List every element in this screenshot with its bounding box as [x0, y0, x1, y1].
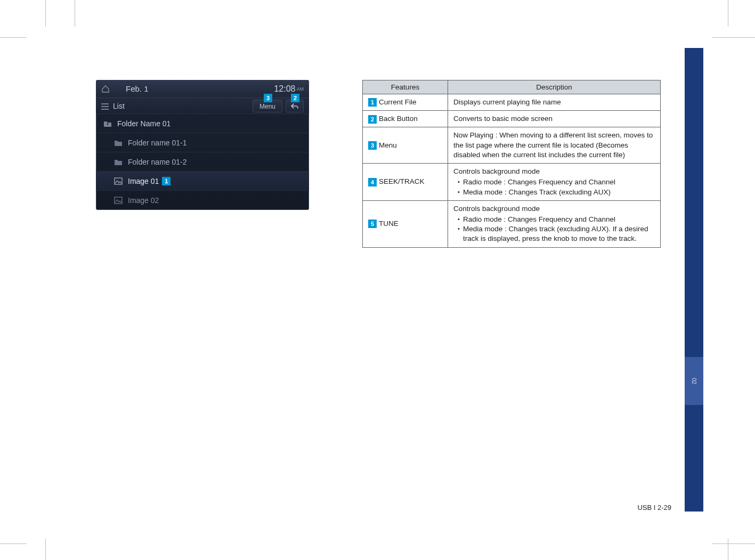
row-desc-lead: Controls background mode — [453, 205, 540, 213]
row-desc: Displays current playing file name — [448, 94, 661, 111]
row-desc: Controls background mode Radio mode : Ch… — [448, 200, 661, 247]
side-tab: 02 — [685, 357, 703, 405]
back-button[interactable]: 2 — [286, 100, 304, 112]
device-row-label: Folder name 01-1 — [128, 139, 187, 147]
device-list-title: List — [113, 102, 253, 110]
table-row: 4SEEK/TRACK Controls background mode Rad… — [363, 164, 661, 201]
folder-up-icon — [103, 120, 112, 127]
row-name: SEEK/TRACK — [379, 177, 425, 185]
crop-guide — [712, 37, 755, 38]
callout-3: 3 — [264, 94, 272, 102]
row-number: 5 — [368, 220, 377, 228]
table-head-description: Description — [448, 80, 661, 94]
device-row-folder-sub1[interactable]: Folder name 01-1 — [96, 133, 309, 152]
callout-1: 1 — [162, 177, 171, 185]
home-icon — [101, 85, 110, 93]
list-icon — [101, 103, 109, 109]
crop-guide — [712, 543, 755, 544]
table-row: 2Back Button Converts to basic mode scre… — [363, 111, 661, 127]
crop-guide — [728, 539, 728, 560]
row-number: 4 — [368, 178, 377, 186]
table-row: 3Menu Now Playing : When moving to a dif… — [363, 127, 661, 164]
svg-rect-1 — [115, 197, 122, 204]
row-bullet: Radio mode : Changes Frequency and Chann… — [458, 215, 655, 224]
row-name: Current File — [379, 98, 417, 106]
device-row-label: Image 01 — [128, 177, 159, 185]
row-desc: Controls background mode Radio mode : Ch… — [448, 164, 661, 201]
row-number: 2 — [368, 115, 377, 124]
row-desc: Converts to basic mode screen — [448, 111, 661, 127]
row-desc-lead: Controls background mode — [453, 167, 540, 175]
row-name: TUNE — [379, 220, 399, 228]
svg-rect-0 — [115, 178, 122, 184]
folder-icon — [114, 139, 123, 147]
device-screenshot-column: Feb. 1 12:08 AM List 3 Menu — [96, 80, 320, 210]
image-icon — [114, 197, 123, 204]
crop-guide — [0, 37, 27, 38]
callout-2: 2 — [291, 94, 299, 102]
row-number: 3 — [368, 141, 377, 150]
device-row-label: Folder Name 01 — [117, 119, 171, 128]
device-row-folder-top[interactable]: Folder Name 01 — [96, 114, 309, 133]
menu-button[interactable]: 3 Menu — [253, 100, 282, 112]
device-screen: Feb. 1 12:08 AM List 3 Menu — [96, 80, 309, 210]
device-row-image2[interactable]: Image 02 — [96, 191, 309, 210]
row-name: Menu — [379, 141, 397, 149]
device-date: Feb. 1 — [110, 84, 274, 93]
device-row-label: Folder name 01-2 — [128, 158, 187, 166]
device-time: 12:08 — [274, 84, 295, 94]
row-bullet: Media mode : Changes Track (excluding AU… — [458, 188, 655, 197]
features-table: Features Description 1Current File Displ… — [362, 80, 661, 248]
row-bullet: Media mode : Changes track (excluding AU… — [458, 224, 655, 244]
back-icon — [290, 103, 299, 109]
device-row-image1[interactable]: Image 01 1 — [96, 172, 309, 191]
row-number: 1 — [368, 98, 377, 107]
row-name: Back Button — [379, 115, 418, 123]
crop-guide — [0, 543, 27, 544]
device-row-label: Image 02 — [128, 196, 159, 205]
page: 02 Feb. 1 12:08 AM — [43, 16, 703, 543]
image-icon — [114, 177, 123, 185]
features-table-column: Features Description 1Current File Displ… — [362, 80, 661, 248]
table-row: 5TUNE Controls background mode Radio mod… — [363, 200, 661, 247]
device-row-folder-sub2[interactable]: Folder name 01-2 — [96, 152, 309, 172]
device-sub-bar: List 3 Menu 2 — [96, 98, 309, 114]
folder-icon — [114, 158, 123, 166]
row-bullet: Radio mode : Changes Frequency and Chann… — [458, 177, 655, 187]
row-desc: Now Playing : When moving to a different… — [448, 127, 661, 164]
crop-guide — [728, 0, 728, 27]
table-head-features: Features — [363, 80, 448, 94]
device-ampm: AM — [296, 86, 304, 92]
device-status-bar: Feb. 1 12:08 AM — [96, 80, 309, 98]
page-footer: USB I 2-29 — [637, 504, 671, 512]
side-blue-bar — [685, 48, 703, 512]
menu-button-label: Menu — [259, 103, 275, 110]
content-area: Feb. 1 12:08 AM List 3 Menu — [96, 80, 661, 248]
table-row: 1Current File Displays current playing f… — [363, 94, 661, 111]
